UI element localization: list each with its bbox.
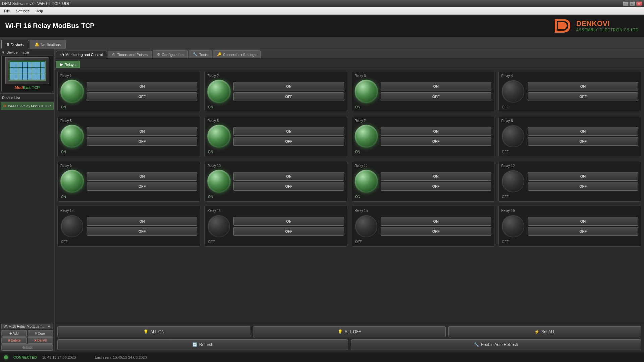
all-off-button[interactable]: 💡 ALL OFF <box>253 326 446 337</box>
relay-off-button-10[interactable]: OFF <box>233 182 344 191</box>
relay-off-button-4[interactable]: OFF <box>528 92 638 101</box>
tab-timers[interactable]: ⏱ Timers and Pulses <box>108 51 152 58</box>
relay-cell-16: Relay 16ONOFFOFF <box>498 206 641 247</box>
tab-monitoring[interactable]: ⏻ Monitoring and Control <box>56 51 107 58</box>
relay-on-button-14[interactable]: ON <box>233 217 344 226</box>
relay-inner-2: ONOFF <box>207 80 344 103</box>
maximize-button[interactable]: □ <box>629 1 635 6</box>
relay-on-button-10[interactable]: ON <box>233 172 344 181</box>
delete-label: Delete <box>11 339 21 342</box>
relay-inner-3: ONOFF <box>355 80 491 103</box>
add-button[interactable]: ✚ Add <box>1 330 27 337</box>
relay-off-button-9[interactable]: OFF <box>87 182 197 191</box>
relay-buttons-12: ONOFF <box>528 172 638 191</box>
relay-on-button-13[interactable]: ON <box>87 217 197 226</box>
reboot-button[interactable]: Reboot <box>1 344 53 351</box>
del-all-label: Del All <box>37 339 47 342</box>
last-seen-label: Last seen: <box>95 355 112 359</box>
relay-on-button-11[interactable]: ON <box>381 172 491 181</box>
copy-button[interactable]: ⎘ Copy <box>28 330 53 337</box>
relay-on-button-1[interactable]: ON <box>87 82 197 91</box>
close-button[interactable]: ✕ <box>636 1 642 6</box>
last-seen-text: Last seen: 10:49:13 24.06.2020 <box>95 355 147 359</box>
relay-on-button-15[interactable]: ON <box>381 217 491 226</box>
relay-label-4: Relay 4 <box>501 74 513 78</box>
menu-settings[interactable]: Settings <box>13 8 32 14</box>
device-list-item[interactable]: ⚙ Wi-Fi 16 Relay ModBus TCP <box>1 102 54 110</box>
relay-status-15: OFF <box>355 240 362 244</box>
relay-knob-ring-7 <box>355 125 377 147</box>
relay-off-button-6[interactable]: OFF <box>233 137 344 146</box>
relay-status-6: ON <box>207 150 213 154</box>
relay-off-button-8[interactable]: OFF <box>528 137 638 146</box>
relay-knob-ring-16 <box>502 215 524 237</box>
relay-off-button-3[interactable]: OFF <box>381 92 491 101</box>
relay-on-button-7[interactable]: ON <box>381 127 491 136</box>
device-name-field[interactable]: Wi-Fi 16 Relay ModBus T... ▼ <box>1 324 53 329</box>
relay-cell-1: Relay 1ONOFFON <box>57 71 200 112</box>
relay-label-2: Relay 2 <box>207 74 219 78</box>
relay-cell-4: Relay 4ONOFFOFF <box>498 71 641 112</box>
relay-on-button-12[interactable]: ON <box>528 172 638 181</box>
auto-refresh-icon: 🔧 <box>474 342 479 347</box>
relay-on-button-6[interactable]: ON <box>233 127 344 136</box>
relay-cell-14: Relay 14ONOFFOFF <box>204 206 347 247</box>
refresh-button[interactable]: 🔄 Refresh <box>57 339 348 350</box>
relay-knob-4 <box>501 80 525 103</box>
tab-connection[interactable]: 🔑 Connection Settings <box>213 50 260 58</box>
device-image-header[interactable]: ▼ Device Image <box>1 50 53 54</box>
copy-icon: ⎘ <box>35 331 37 335</box>
relay-off-button-14[interactable]: OFF <box>233 227 344 236</box>
minimize-button[interactable]: — <box>623 1 629 6</box>
relay-knob-ring-14 <box>208 215 230 237</box>
nav-tab-devices[interactable]: ⊞ Devices <box>1 40 29 49</box>
relay-on-button-3[interactable]: ON <box>381 82 491 91</box>
all-on-button[interactable]: 💡 ALL ON <box>57 326 250 337</box>
relay-label-10: Relay 10 <box>207 164 220 168</box>
devices-icon: ⊞ <box>6 42 9 47</box>
relay-knob-8 <box>501 125 525 148</box>
relay-on-button-5[interactable]: ON <box>87 127 197 136</box>
relay-label-8: Relay 8 <box>501 119 513 123</box>
menu-file[interactable]: File <box>1 8 13 14</box>
relay-off-button-16[interactable]: OFF <box>528 227 638 236</box>
nav-tab-notifications[interactable]: 🔔 Notifications <box>30 40 66 49</box>
main-layout: ▼ Device Image ModBus TCP <box>0 49 644 352</box>
device-name-text: Wi-Fi 16 Relay ModBus T... <box>4 325 44 328</box>
auto-refresh-button[interactable]: 🔧 Enable Auto Refresh <box>351 339 642 350</box>
sub-tab-relays[interactable]: ▶ Relays <box>56 61 80 68</box>
relay-inner-6: ONOFF <box>207 125 344 148</box>
relay-off-button-1[interactable]: OFF <box>87 92 197 101</box>
relay-label-12: Relay 12 <box>501 164 515 168</box>
tab-configuration[interactable]: ⚙ Configuration <box>153 50 188 58</box>
relay-off-button-13[interactable]: OFF <box>87 227 197 236</box>
relay-off-button-7[interactable]: OFF <box>381 137 491 146</box>
relay-on-button-4[interactable]: ON <box>528 82 638 91</box>
relay-status-10: ON <box>207 195 213 199</box>
relay-inner-5: ONOFF <box>60 125 197 148</box>
device-image-label: Device Image <box>6 50 29 54</box>
relay-off-button-11[interactable]: OFF <box>381 182 491 191</box>
relay-on-button-2[interactable]: ON <box>233 82 344 91</box>
relay-inner-9: ONOFF <box>60 170 197 193</box>
del-all-button[interactable]: ✖ Del All <box>28 337 53 344</box>
relay-cell-6: Relay 6ONOFFON <box>204 116 347 157</box>
app-title: Wi-Fi 16 Relay ModBus TCP <box>5 22 94 30</box>
logo-brand: DENKOVI <box>576 20 639 28</box>
relay-off-button-2[interactable]: OFF <box>233 92 344 101</box>
relay-off-button-5[interactable]: OFF <box>87 137 197 146</box>
sidebar: ▼ Device Image ModBus TCP <box>0 49 55 352</box>
logo: DENKOVI ASSEMBLY ELECTRONICS LTD <box>553 17 639 34</box>
delete-button[interactable]: ✖ Delete <box>1 337 27 344</box>
relay-buttons-4: ONOFF <box>528 82 638 101</box>
relay-on-button-8[interactable]: ON <box>528 127 638 136</box>
relay-off-button-12[interactable]: OFF <box>528 182 638 191</box>
menu-help[interactable]: Help <box>33 8 46 14</box>
set-all-button[interactable]: ⚡ Set ALL <box>448 326 641 337</box>
tab-tools[interactable]: 🔧 Tools <box>189 50 212 58</box>
del-all-icon: ✖ <box>34 339 37 342</box>
relay-buttons-6: ONOFF <box>233 127 344 146</box>
relay-on-button-16[interactable]: ON <box>528 217 638 226</box>
relay-off-button-15[interactable]: OFF <box>381 227 491 236</box>
relay-on-button-9[interactable]: ON <box>87 172 197 181</box>
